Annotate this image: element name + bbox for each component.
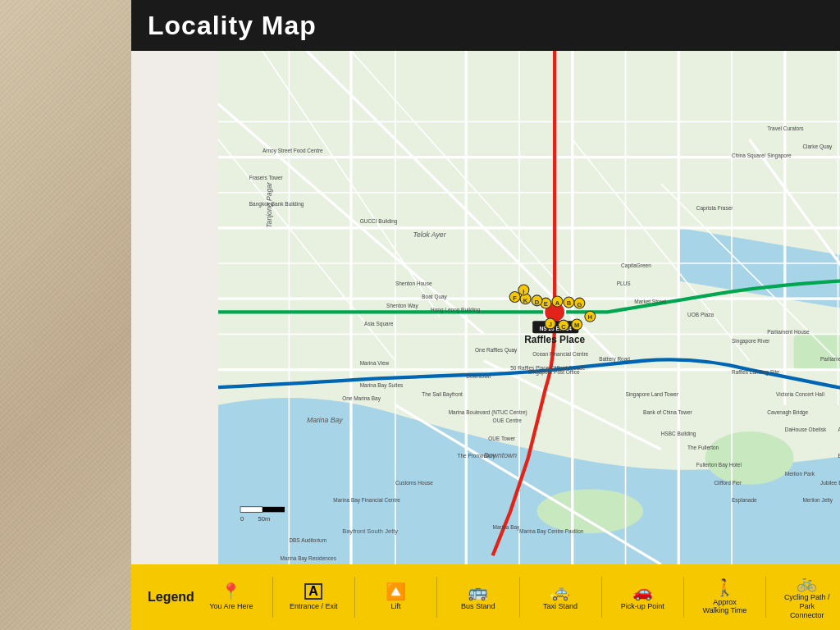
- svg-rect-122: [240, 507, 262, 512]
- lift-icon: 🔼: [386, 583, 406, 600]
- svg-text:Raffles Place: Raffles Place: [524, 334, 585, 345]
- svg-text:Marina Bay Centre Pavilion: Marina Bay Centre Pavilion: [519, 528, 584, 535]
- legend-pickup: 🚗 Pick-up Point: [618, 583, 667, 611]
- legend-cycling: 🚲 Cycling Path / Park Connector: [783, 574, 832, 619]
- svg-text:The Sail Bayfront: The Sail Bayfront: [422, 391, 463, 398]
- svg-text:UOB Plaza: UOB Plaza: [687, 312, 714, 317]
- svg-text:Parliament House: Parliament House: [767, 329, 810, 335]
- svg-text:Travel Curators: Travel Curators: [767, 126, 803, 131]
- svg-text:Bangkok Bank Building: Bangkok Bank Building: [249, 201, 304, 208]
- entrance-icon: A: [304, 583, 322, 600]
- legend-entrance: A Entrance / Exit: [289, 583, 338, 611]
- svg-text:HSBC Building: HSBC Building: [661, 431, 696, 438]
- svg-text:Downtown: Downtown: [466, 373, 491, 379]
- svg-text:Ocean Financial Centre: Ocean Financial Centre: [532, 351, 588, 357]
- svg-text:OUE Centre: OUE Centre: [493, 418, 523, 423]
- taxi-stand-icon: 🚕: [550, 583, 570, 600]
- svg-text:Singapore Post Office: Singapore Post Office: [528, 369, 580, 376]
- svg-text:Clarke Quay: Clarke Quay: [802, 144, 833, 150]
- svg-text:Singapore River: Singapore River: [732, 338, 770, 345]
- pickup-label: Pick-up Point: [621, 602, 664, 611]
- walking-icon: 🚶: [714, 579, 735, 596]
- svg-text:J: J: [549, 321, 552, 328]
- main-content: Locality Map ► N: [131, 0, 840, 630]
- svg-text:Marina Bay Financial Centre: Marina Bay Financial Centre: [333, 497, 400, 504]
- lift-label: Lift: [390, 602, 400, 611]
- svg-text:A: A: [555, 299, 560, 307]
- svg-point-2: [537, 489, 644, 533]
- legend-items: 📍 You Are Here A Entrance / Exit 🔼 Lift …: [207, 566, 840, 629]
- svg-text:Raffles Landing Site: Raffles Landing Site: [732, 369, 779, 376]
- svg-text:Battery Road: Battery Road: [599, 356, 630, 363]
- svg-text:K: K: [523, 297, 528, 304]
- svg-text:The Promontory: The Promontory: [457, 453, 495, 459]
- map-header: Locality Map ► N: [131, 0, 840, 51]
- svg-text:Jubilee Bridge: Jubilee Bridge: [820, 480, 840, 486]
- svg-text:D: D: [535, 299, 540, 306]
- pickup-icon: 🚗: [632, 583, 653, 600]
- svg-text:H: H: [588, 313, 592, 321]
- svg-text:Clifford Pier: Clifford Pier: [714, 480, 742, 486]
- svg-text:Marina Bay Suites: Marina Bay Suites: [360, 382, 404, 389]
- you-are-here-icon: 📍: [221, 583, 241, 600]
- cycling-icon: 🚲: [797, 574, 817, 591]
- svg-text:0: 0: [240, 515, 244, 523]
- svg-text:Telok Ayer: Telok Ayer: [413, 231, 446, 239]
- svg-text:OUE Tower: OUE Tower: [488, 436, 516, 441]
- svg-text:Market Street: Market Street: [634, 299, 666, 304]
- map-container: NS 26 EW 14 E A B D K F G H J C M: [131, 51, 840, 564]
- legend-bar: Legend 📍 You Are Here A Entrance / Exit …: [131, 564, 840, 630]
- cycling-label: Cycling Path / Park Connector: [783, 593, 832, 619]
- svg-text:Marina Bay: Marina Bay: [493, 524, 520, 531]
- svg-text:C: C: [561, 323, 566, 331]
- svg-text:One Raffles Quay: One Raffles Quay: [475, 347, 518, 354]
- legend-walking: 🚶 Approx Walking Time: [700, 579, 749, 616]
- legend-title: Legend: [148, 590, 194, 605]
- legend-lift: 🔼 Lift: [371, 583, 420, 611]
- svg-text:DBS Auditorium: DBS Auditorium: [289, 537, 326, 543]
- svg-text:G: G: [577, 301, 582, 308]
- svg-text:B: B: [567, 299, 572, 307]
- svg-text:Customs House: Customs House: [395, 480, 433, 486]
- svg-text:Victoria Concert Hall: Victoria Concert Hall: [776, 391, 824, 397]
- svg-text:Parliament: Parliament: [820, 356, 840, 362]
- svg-text:M: M: [574, 322, 579, 329]
- you-are-here-label: You Are Here: [209, 602, 253, 611]
- svg-text:Caprista Fraser: Caprista Fraser: [696, 205, 733, 212]
- left-marble-panel: [0, 0, 131, 630]
- svg-text:PLUS: PLUS: [617, 281, 632, 286]
- svg-text:E: E: [544, 300, 548, 308]
- svg-text:Frasers Tower: Frasers Tower: [249, 175, 284, 180]
- svg-text:Marina View: Marina View: [360, 360, 390, 366]
- bus-stand-label: Bus Stand: [461, 602, 495, 611]
- svg-text:Shenton Way: Shenton Way: [386, 303, 418, 309]
- svg-text:Esplanade: Esplanade: [732, 497, 757, 504]
- svg-text:GUCCI Building: GUCCI Building: [360, 218, 398, 225]
- svg-text:DaHouse Obelisk: DaHouse Obelisk: [785, 427, 827, 432]
- svg-text:China Square/ Singapore: China Square/ Singapore: [732, 153, 792, 159]
- svg-text:The Fullerton: The Fullerton: [687, 445, 719, 450]
- svg-text:Hong Leong Building: Hong Leong Building: [431, 307, 480, 313]
- svg-text:Marina Bay: Marina Bay: [307, 416, 343, 424]
- svg-text:Marina Bay Residences: Marina Bay Residences: [281, 555, 336, 562]
- svg-point-1: [705, 431, 794, 485]
- svg-text:Boat Quay: Boat Quay: [422, 294, 447, 300]
- svg-text:I: I: [523, 288, 524, 295]
- svg-text:One Marina Bay: One Marina Bay: [342, 395, 381, 402]
- map-svg: NS 26 EW 14 E A B D K F G H J C M: [131, 51, 840, 564]
- svg-text:Bayfront South Jetty: Bayfront South Jetty: [342, 527, 398, 535]
- legend-you-are-here: 📍 You Are Here: [207, 583, 256, 611]
- svg-text:Merlion Jetty: Merlion Jetty: [802, 497, 833, 504]
- svg-text:Fullerton Bay Hotel: Fullerton Bay Hotel: [696, 462, 742, 468]
- svg-text:Marina Boulevard (NTUC Centre): Marina Boulevard (NTUC Centre): [449, 409, 527, 416]
- svg-text:CapitaGreen: CapitaGreen: [621, 262, 651, 269]
- taxi-stand-label: Taxi Stand: [543, 602, 578, 611]
- entrance-label: Entrance / Exit: [290, 602, 338, 611]
- svg-text:Arnoy Street Food Centre: Arnoy Street Food Centre: [262, 148, 323, 154]
- legend-bus-stand: 🚌 Bus Stand: [454, 583, 503, 611]
- svg-text:Shenton House: Shenton House: [395, 281, 432, 286]
- walking-label: Approx Walking Time: [700, 598, 749, 616]
- legend-taxi-stand: 🚕 Taxi Stand: [536, 583, 585, 611]
- bus-stand-icon: 🚌: [468, 583, 488, 600]
- svg-text:Singapore Land Tower: Singapore Land Tower: [626, 391, 679, 398]
